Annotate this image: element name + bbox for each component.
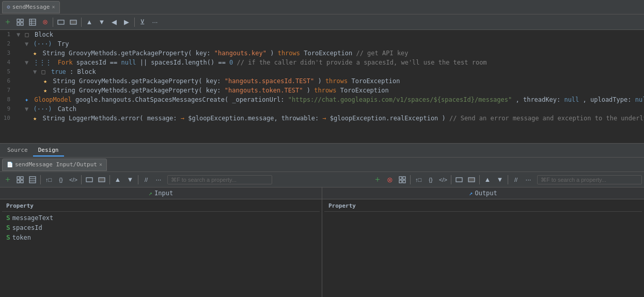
io-right-up-button[interactable]: ▲ (482, 174, 493, 185)
grid-button[interactable] (14, 17, 26, 28)
code-line-8: 8 ✦ GloopModel google.hangouts.ChatSpace… (0, 95, 644, 104)
io-right-export-button[interactable]: ↑□ (413, 174, 424, 185)
io-add-button[interactable]: ＋ (2, 174, 13, 185)
input-content: Property S messageText S spacesId S toke… (0, 199, 322, 297)
svg-rect-13 (21, 180, 23, 183)
io-right-grid-button[interactable] (397, 174, 408, 185)
io-right-dots-button[interactable]: ··· (523, 174, 534, 185)
property-name-1: messageText (12, 214, 53, 222)
right-button[interactable]: ▶ (121, 17, 132, 28)
separator-3 (134, 18, 135, 27)
filter-button[interactable]: ⊻ (137, 17, 148, 28)
code-lines: 1 ▼ □ Block 2 ▼ (···) Try 3 (0, 30, 644, 123)
io-right-bracket-button[interactable]: {} (425, 174, 436, 185)
io-export-button[interactable]: ↑□ (43, 174, 54, 185)
list-item: S messageText (2, 213, 320, 223)
rect1-button[interactable] (55, 17, 67, 28)
design-tab[interactable]: Design (33, 145, 64, 157)
io-tab-bar: 📄 sendMessage Input/Output × (0, 158, 644, 172)
svg-rect-23 (456, 178, 462, 182)
code-line-3: 3 ★ String GroovyMethods.getPackagePrope… (0, 49, 644, 58)
down-button[interactable]: ▼ (96, 17, 107, 28)
app-window: ⚙ sendMessage × ＋ ⊗ (0, 0, 644, 297)
io-right-rect1-button[interactable] (453, 174, 465, 185)
io-right-rect2-button[interactable] (466, 174, 477, 185)
stop-button[interactable]: ⊗ (39, 17, 51, 28)
property-s-icon-3: S (6, 233, 10, 241)
code-line-1: 1 ▼ □ Block (0, 30, 644, 39)
io-r-sep-1 (410, 175, 411, 184)
svg-rect-21 (399, 180, 402, 183)
separator-2 (81, 18, 82, 27)
io-right-remove-button[interactable]: ⊗ (384, 174, 396, 185)
main-tab[interactable]: ⚙ sendMessage × (2, 1, 60, 13)
svg-rect-1 (21, 19, 23, 22)
io-tab-close[interactable]: × (99, 162, 102, 167)
source-tab[interactable]: Source (2, 145, 33, 157)
property-s-icon-2: S (6, 224, 10, 231)
rect2-button[interactable] (68, 17, 79, 28)
io-slash-button[interactable]: // (140, 174, 152, 185)
io-table-button[interactable] (27, 174, 38, 185)
top-tab-bar: ⚙ sendMessage × (0, 0, 644, 14)
svg-rect-17 (86, 178, 92, 182)
table-button[interactable] (27, 17, 38, 28)
svg-rect-9 (70, 20, 76, 24)
separator-1 (53, 18, 53, 27)
io-right-angle-button[interactable]: </> (437, 174, 449, 185)
list-item: S token (2, 232, 320, 242)
output-col-header: Property (324, 201, 642, 212)
property-name-2: spacesId (12, 224, 42, 231)
source-design-tabs: Source Design (0, 143, 644, 158)
io-up-button[interactable]: ▲ (112, 174, 123, 185)
tab-close-btn[interactable]: × (52, 4, 55, 10)
property-s-icon-1: S (6, 214, 10, 222)
output-search[interactable] (537, 175, 642, 184)
input-search[interactable] (167, 175, 272, 184)
io-right-add-button[interactable]: ＋ (372, 174, 383, 185)
io-rect2-button[interactable] (96, 174, 107, 185)
io-content: ↗ Input Property S messageText S spacesI… (0, 187, 644, 297)
io-angle-button[interactable]: </> (68, 174, 79, 185)
io-tab-label: sendMessage Input/Output (15, 161, 97, 168)
io-separator-1 (40, 175, 41, 184)
io-separator-2 (81, 175, 82, 184)
code-line-4: 4 ▼ ⋮⋮⋮ Fork spacesId == null || spacesI… (0, 58, 644, 67)
up-button[interactable]: ▲ (84, 17, 95, 28)
io-grid-button[interactable] (14, 174, 26, 185)
list-item: S spacesId (2, 223, 320, 232)
io-panel: 📄 sendMessage Input/Output × ＋ (0, 158, 644, 297)
io-right-down-button[interactable]: ▼ (494, 174, 506, 185)
tab-icon: ⚙ (7, 4, 10, 10)
io-r-sep-4 (508, 175, 508, 184)
input-pane: ↗ Input Property S messageText S spacesI… (0, 187, 322, 297)
io-dots-button[interactable]: ··· (153, 174, 164, 185)
code-line-2: 2 ▼ (···) Try (0, 39, 644, 49)
io-tab[interactable]: 📄 sendMessage Input/Output × (2, 159, 107, 171)
svg-rect-10 (17, 177, 20, 179)
svg-rect-12 (17, 180, 20, 183)
io-tab-icon: 📄 (7, 162, 13, 167)
output-label: Output (475, 190, 497, 197)
add-button[interactable]: ＋ (2, 17, 13, 28)
io-rect1-button[interactable] (84, 174, 95, 185)
io-r-sep-2 (451, 175, 451, 184)
input-header: ↗ Input (0, 187, 322, 199)
input-label: Input (154, 190, 173, 197)
io-bracket-button[interactable]: {} (55, 174, 67, 185)
output-header: ↗ Output (322, 187, 644, 199)
io-down-button[interactable]: ▼ (124, 174, 136, 185)
input-col-header: Property (2, 201, 320, 212)
svg-rect-3 (21, 23, 23, 25)
io-right-slash-button[interactable]: // (510, 174, 522, 185)
svg-rect-20 (403, 177, 405, 179)
svg-rect-11 (21, 177, 23, 179)
svg-rect-18 (99, 178, 105, 182)
left-button[interactable]: ◀ (108, 17, 120, 28)
io-separator-3 (109, 175, 110, 184)
svg-rect-19 (399, 177, 402, 179)
dots-button[interactable]: ··· (149, 17, 161, 28)
code-editor[interactable]: 1 ▼ □ Block 2 ▼ (···) Try 3 (0, 30, 644, 143)
output-content: Property (322, 199, 644, 297)
tab-label: sendMessage (12, 4, 50, 10)
